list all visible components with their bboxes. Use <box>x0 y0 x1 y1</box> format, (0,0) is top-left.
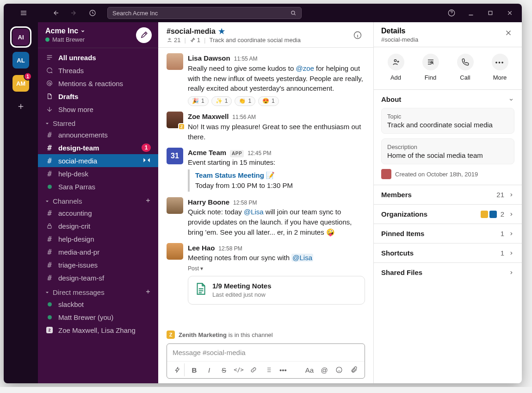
members-row[interactable]: Members 21 <box>381 191 514 199</box>
workspace-switch[interactable]: AM 1 <box>12 75 29 92</box>
channel-title[interactable]: #social-media ★ <box>167 27 301 36</box>
channel-item[interactable]: #design-team-sf <box>38 271 158 284</box>
about-section-header[interactable]: About <box>381 95 514 103</box>
members-icon[interactable]: 21 <box>167 37 180 44</box>
code-button[interactable]: </> <box>232 363 246 376</box>
description-card[interactable]: Description Home of the social media tea… <box>381 138 514 164</box>
nav-drafts[interactable]: Drafts <box>38 90 158 103</box>
bold-button[interactable]: B <box>187 363 201 376</box>
message-composer[interactable]: Message #social-media B I S </> ••• Aa @ <box>167 343 365 379</box>
text-format-button[interactable]: Aa <box>303 363 316 376</box>
mention-button[interactable]: @ <box>317 363 331 376</box>
star-icon[interactable]: ★ <box>218 27 225 36</box>
topic-card[interactable]: Topic Track and coordinate social media <box>381 108 514 134</box>
add-workspace-button[interactable] <box>12 98 29 115</box>
message-author[interactable]: Acme Team <box>188 148 226 158</box>
mention[interactable]: @Lisa <box>244 208 264 216</box>
channel-topic[interactable]: Track and coordinate social media <box>209 37 301 44</box>
add-dm-button[interactable] <box>144 288 152 297</box>
add-channel-button[interactable] <box>144 197 152 206</box>
history-button[interactable] <box>86 6 99 19</box>
message-author[interactable]: Lee Hao <box>188 243 215 253</box>
message-author[interactable]: Lisa Dawson <box>188 53 230 63</box>
chevron-right-icon <box>508 269 514 276</box>
details-add-button[interactable]: Add <box>388 54 404 81</box>
reaction[interactable]: ✨1 <box>211 96 232 106</box>
current-user[interactable]: Matt Brewer <box>45 36 86 43</box>
strike-button[interactable]: S <box>217 363 231 376</box>
dm-item[interactable]: Sara Parras <box>38 180 158 193</box>
mention[interactable]: @zoe <box>296 64 314 72</box>
italic-button[interactable]: I <box>202 363 216 376</box>
nav-threads[interactable]: Threads <box>38 64 158 77</box>
channel-item[interactable]: #triage-issues <box>38 258 158 271</box>
reaction[interactable]: 🎉1 <box>188 96 209 106</box>
channel-item[interactable]: design-crit <box>38 219 158 232</box>
dm-item[interactable]: Matt Brewer (you) <box>38 311 158 324</box>
section-dms-header[interactable]: Direct messages <box>38 284 158 298</box>
post-type-label[interactable]: Post ▾ <box>188 265 365 273</box>
event-block[interactable]: Team Status Meeting 📝 Today from 1:00 PM… <box>188 169 365 192</box>
message-author[interactable]: Harry Boone <box>188 197 229 207</box>
channel-item-active[interactable]: #social-media <box>38 154 158 167</box>
nav-back-button[interactable] <box>49 6 62 19</box>
channel-item[interactable]: #help-desk <box>38 167 158 180</box>
avatar[interactable]: Z <box>167 112 183 128</box>
hamburger-icon[interactable] <box>17 6 30 19</box>
nav-mentions[interactable]: Mentions & reactions <box>38 77 158 90</box>
avatar[interactable] <box>167 53 183 70</box>
svg-rect-5 <box>48 225 51 228</box>
close-details-button[interactable] <box>502 27 514 41</box>
details-more-button[interactable]: ••• More <box>492 54 508 81</box>
avatar[interactable] <box>167 197 183 214</box>
organizations-row[interactable]: Organizations 2 <box>381 210 514 218</box>
app-avatar[interactable]: 31 <box>167 148 183 164</box>
avatar[interactable] <box>167 243 183 260</box>
channel-item[interactable]: #help-design <box>38 232 158 245</box>
section-starred-header[interactable]: Starred <box>38 116 158 128</box>
workspace-menu[interactable]: Acme Inc <box>45 27 86 35</box>
dm-item[interactable]: slackbot <box>38 298 158 311</box>
emoji-button[interactable] <box>332 363 346 376</box>
channel-info-button[interactable] <box>350 28 365 43</box>
post-attachment[interactable]: 1/9 Meeting Notes Last edited just now <box>188 276 365 305</box>
channel-item[interactable]: #accounting <box>38 206 158 219</box>
link-button[interactable] <box>247 363 260 376</box>
nav-forward-button[interactable] <box>68 6 80 19</box>
mention[interactable]: @Lisa <box>291 254 313 262</box>
attach-button[interactable] <box>347 363 361 376</box>
dm-item[interactable]: 2Zoe Maxwell, Lisa Zhang <box>38 324 158 337</box>
search-input[interactable]: Search Acme Inc <box>107 7 302 19</box>
shortcut-button[interactable] <box>171 363 185 376</box>
window-close-button[interactable] <box>501 6 519 19</box>
reaction[interactable]: 👏1 <box>235 96 255 106</box>
composer-placeholder: Message #social-media <box>167 344 365 361</box>
details-find-button[interactable]: Find <box>422 54 439 81</box>
compose-button[interactable] <box>136 27 152 43</box>
pinned-row[interactable]: Pinned Items 1 <box>381 230 514 237</box>
channel-item[interactable]: #announcements <box>38 128 158 141</box>
list-button[interactable] <box>261 363 275 376</box>
caret-down-icon <box>44 121 50 126</box>
shared-files-row[interactable]: Shared Files <box>381 268 514 276</box>
help-button[interactable] <box>445 6 458 19</box>
pins-icon[interactable]: 1 <box>190 37 200 44</box>
nav-all-unreads[interactable]: All unreads <box>38 51 158 64</box>
window-maximize-button[interactable] <box>481 6 500 19</box>
section-channels-header[interactable]: Channels <box>38 193 158 206</box>
nav-show-more[interactable]: Show more <box>38 103 158 116</box>
reaction[interactable]: 😍1 <box>258 96 279 106</box>
app-tag: APP <box>230 150 244 158</box>
window-minimize-button[interactable] <box>462 6 480 19</box>
more-formatting-button[interactable]: ••• <box>276 363 290 376</box>
details-title: Details <box>381 27 418 35</box>
shortcuts-row[interactable]: Shortcuts 1 <box>381 249 514 257</box>
workspace-switch[interactable]: AI <box>12 29 29 45</box>
channel-item[interactable]: #media-and-pr <box>38 245 158 258</box>
message-author[interactable]: Zoe Maxwell <box>188 112 229 122</box>
workspace-switch[interactable]: AL <box>12 52 29 69</box>
creator-avatar[interactable] <box>381 169 391 179</box>
details-call-button[interactable]: Call <box>457 54 474 81</box>
search-icon <box>290 10 297 16</box>
channel-item[interactable]: #design-team1 <box>38 141 158 154</box>
